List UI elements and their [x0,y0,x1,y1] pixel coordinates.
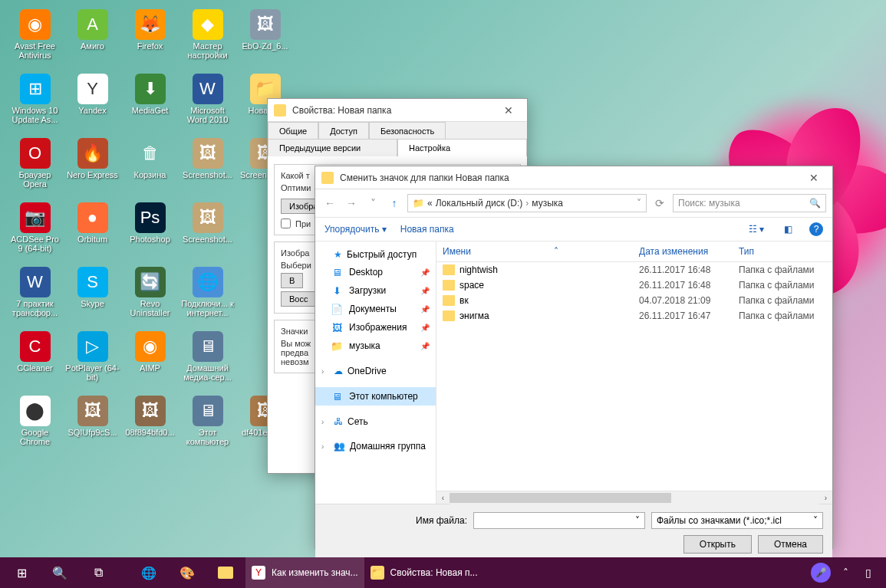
new-folder-button[interactable]: Новая папка [400,224,454,235]
desktop-icon[interactable]: 🖼Screenshot... [179,199,236,264]
file-row[interactable]: space26.11.2017 16:48Папка с файлами [436,278,832,293]
prop-restore-button[interactable]: Восс [281,291,316,307]
desktop-icon[interactable]: OБраузер Opera [6,135,64,199]
desktop-icons-grid: ◉Avast Free AntivirusAАмиго🦊Firefox◆Маст… [6,6,294,457]
start-button[interactable]: ⊞ [3,557,40,588]
tab-previous-versions[interactable]: Предыдущие версии [268,139,397,156]
tab-sharing[interactable]: Доступ [318,122,369,140]
filename-input[interactable]: ˅ [473,512,645,529]
file-row[interactable]: nightwish26.11.2017 16:48Папка с файлами [436,262,832,278]
properties-titlebar[interactable]: Свойства: Новая папка ✕ [268,99,527,122]
desktop-icon-label: PotPlayer (64-bit) [65,363,120,382]
file-row[interactable]: вк04.07.2018 21:09Папка с файлами [436,293,832,308]
desktop-icon[interactable]: CCCleaner [6,328,64,393]
refresh-icon[interactable]: ⟳ [651,195,668,212]
taskbar-app-globe[interactable]: 🌐 [130,557,167,588]
desktop-icon[interactable]: PsPhotoshop [121,199,179,264]
nav-up-icon[interactable]: ↑ [386,195,403,212]
nav-back-icon[interactable]: ← [321,195,338,212]
tab-security[interactable]: Безопасность [369,122,446,140]
desktop-icon[interactable]: 🖼SQIUfp9cS... [64,393,121,457]
nav-item[interactable]: 📄Документы📌 [315,300,436,318]
view-mode-icon[interactable]: ☷ ▾ [746,222,767,236]
file-picker-titlebar[interactable]: Сменить значок для папки Новая папка ✕ [315,166,832,189]
app-icon: 🔥 [77,138,108,169]
nav-quick-access[interactable]: ★Быстрый доступ [315,246,436,263]
desktop-icon[interactable]: 🗑Корзина [121,135,179,199]
tab-general[interactable]: Общие [268,122,318,140]
taskbar-app[interactable]: YКак изменить знач... [245,557,364,588]
desktop-icon[interactable]: 🖼Screenshot... [179,135,236,199]
cancel-button[interactable]: Отмена [758,535,823,554]
nav-recent-icon[interactable]: ˅ [364,195,381,212]
desktop-icon[interactable]: 📷ACDSee Pro 9 (64-bit) [6,199,64,264]
close-icon[interactable]: ✕ [496,101,521,120]
column-name[interactable]: Имени ˄ [443,246,639,257]
organize-menu[interactable]: Упорядочить ▾ [324,224,387,235]
chevron-down-icon[interactable]: ˅ [813,515,818,526]
prop-select-button[interactable]: В [281,273,303,288]
show-desktop[interactable]: ▯ [860,564,877,581]
taskbar-app-paint[interactable]: 🎨 [169,557,206,588]
chevron-down-icon[interactable]: ˅ [635,515,640,526]
nav-item[interactable]: 🖼Изображения📌 [315,318,436,337]
desktop-icon[interactable]: ⬇MediaGet [121,71,179,135]
scrollbar-thumb[interactable] [450,493,671,503]
file-picker-title: Сменить значок для папки Новая папка [340,172,802,183]
desktop-icon[interactable]: ●Orbitum [64,199,121,264]
preview-pane-icon[interactable]: ◧ [781,222,795,236]
desktop-icon[interactable]: 🔥Nero Express [64,135,121,199]
task-view-icon[interactable]: ⧉ [80,557,117,588]
tab-customize[interactable]: Настройка [397,139,527,156]
desktop-icon[interactable]: YYandex [64,71,121,135]
nav-item[interactable]: 📁музыка📌 [315,337,436,355]
tray-chevron-up-icon[interactable]: ˄ [837,564,854,581]
desktop-icon[interactable]: 🖥Этот компьютер [179,393,236,457]
nav-item[interactable]: 🖥Desktop📌 [315,263,436,281]
taskbar-app[interactable]: 📁Свойства: Новая п... [364,557,484,588]
app-icon: 📷 [20,202,51,233]
desktop-icon[interactable]: 🖼08f894bfd0... [121,393,179,457]
nav-homegroup[interactable]: ›👥Домашняя группа [315,438,436,455]
nav-this-pc[interactable]: 🖥Этот компьютер [315,387,436,406]
taskbar-app-explorer[interactable] [207,557,244,588]
desktop-icon[interactable]: ◉AIMP [121,328,179,393]
desktop-icon[interactable]: ⊞Windows 10 Update As... [6,71,64,135]
breadcrumb-disk[interactable]: Локальный диск (D:) [436,198,523,209]
desktop-icon[interactable]: ▷PotPlayer (64-bit) [64,328,121,393]
file-picker-window: Сменить значок для папки Новая папка ✕ ←… [315,166,833,549]
search-input[interactable]: Поиск: музыка 🔍 [673,194,826,212]
nav-item[interactable]: ⬇Загрузки📌 [315,281,436,300]
scroll-left-icon[interactable]: ‹ [436,491,450,504]
scroll-right-icon[interactable]: › [819,491,832,504]
desktop-icon[interactable]: AАмиго [64,6,121,71]
filetype-select[interactable]: Файлы со значками (*.ico;*.icl˅ [651,512,823,529]
open-button[interactable]: Открыть [683,535,752,554]
search-icon[interactable]: 🔍 [41,557,78,588]
chevron-down-icon[interactable]: ˅ [637,198,641,209]
nav-onedrive[interactable]: ›☁OneDrive [315,363,436,379]
nav-network[interactable]: ›🖧Сеть [315,413,436,430]
desktop-icon[interactable]: ⬤Google Chrome [6,393,64,457]
close-icon[interactable]: ✕ [802,169,826,187]
desktop-icon[interactable]: 🔄Revo Uninstaller [121,264,179,328]
desktop-icon[interactable]: 🖥Домашний медиа-сер... [179,328,236,393]
column-date[interactable]: Дата изменения [639,246,739,257]
horizontal-scrollbar[interactable]: ‹ › [436,491,832,504]
desktop-icon[interactable]: 🖼EbO-Zd_6... [236,6,294,71]
desktop-icon[interactable]: SSkype [64,264,121,328]
desktop-icon[interactable]: ◉Avast Free Antivirus [6,6,64,71]
breadcrumb-folder[interactable]: музыка [532,198,563,209]
file-row[interactable]: энигма26.11.2017 16:47Папка с файлами [436,308,832,324]
column-type[interactable]: Тип [739,246,826,257]
desktop-icon[interactable]: WMicrosoft Word 2010 [179,71,236,135]
desktop-icon[interactable]: 🌐Подключи... к интернет... [179,264,236,328]
voice-icon[interactable]: 🎤 [811,563,831,583]
desktop-icon[interactable]: W7 практик трансфор... [6,264,64,328]
desktop-icon[interactable]: ◆Мастер настройки [179,6,236,71]
nav-item-label: Документы [349,304,397,314]
desktop-icon[interactable]: 🦊Firefox [121,6,179,71]
address-bar[interactable]: 📁 « Локальный диск (D:) › музыка ˅ [407,194,647,212]
help-icon[interactable]: ? [809,222,823,236]
nav-forward-icon[interactable]: → [343,195,360,212]
